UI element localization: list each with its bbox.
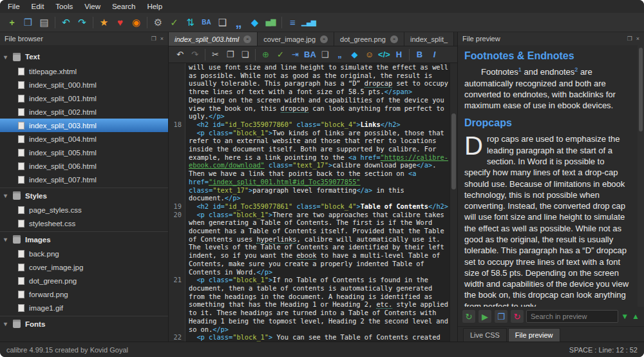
preview-body: Footnotes & Endnotes Footnotes1 and endn… bbox=[458, 45, 644, 307]
code-line: three lines of text with a font size of … bbox=[169, 88, 450, 96]
code-editor[interactable]: will use font size and line height to si… bbox=[169, 63, 450, 342]
toc-icon[interactable]: ≡ bbox=[285, 15, 301, 30]
scrollbar-thumb[interactable] bbox=[451, 113, 456, 189]
file-item[interactable]: forward.png bbox=[0, 287, 168, 301]
file-name: dot_green.png bbox=[29, 277, 77, 285]
file-item[interactable]: index_split_003.html bbox=[0, 119, 168, 132]
file-item[interactable]: image1.gif bbox=[0, 301, 168, 314]
tab-live-css[interactable]: Live CSS bbox=[463, 328, 507, 342]
insert-tag-icon[interactable]: </> bbox=[377, 48, 392, 62]
category-fonts[interactable]: ▾Fonts bbox=[0, 316, 168, 331]
open-in-editor-icon[interactable]: ❐ bbox=[494, 309, 508, 323]
italic-icon[interactable]: I bbox=[427, 48, 442, 62]
menu-bar: FileEditToolsViewSearchHelp bbox=[0, 0, 644, 13]
preview-search-input[interactable] bbox=[526, 310, 618, 323]
file-item[interactable]: index_split_006.html bbox=[0, 159, 168, 173]
file-item[interactable]: index_split_000.html bbox=[0, 78, 168, 92]
preview-scrollbar-thumb[interactable] bbox=[639, 48, 643, 131]
file-item[interactable]: back.png bbox=[0, 247, 168, 260]
tab-close-icon[interactable]: × bbox=[320, 35, 328, 43]
insert-link-icon[interactable]: ⊕ bbox=[258, 48, 273, 62]
menu-item-help[interactable]: Help bbox=[147, 3, 162, 10]
star-icon[interactable]: ★ bbox=[96, 15, 112, 30]
editor-tab[interactable]: index_split_ bbox=[404, 32, 454, 46]
file-item[interactable]: dot_green.png bbox=[0, 274, 168, 287]
remove-unused-css-icon[interactable]: ◆ bbox=[247, 15, 263, 30]
close-icon[interactable]: × bbox=[636, 35, 639, 42]
copy-icon[interactable]: ❐ bbox=[223, 48, 238, 62]
find-next-icon[interactable]: ▼ bbox=[620, 312, 629, 321]
insert-file-icon[interactable]: ❑ bbox=[317, 48, 332, 62]
find-prev-icon[interactable]: ▲ bbox=[631, 312, 640, 321]
arrange-icon[interactable]: BA bbox=[303, 48, 317, 62]
menu-item-file[interactable]: File bbox=[8, 3, 20, 10]
tab-close-icon[interactable]: × bbox=[243, 35, 251, 43]
file-tree[interactable]: ▾Texttitlepage.xhtmlindex_split_000.html… bbox=[0, 45, 168, 342]
file-item[interactable]: index_split_004.html bbox=[0, 132, 168, 146]
file-item[interactable]: stylesheet.css bbox=[0, 217, 168, 230]
file-item[interactable]: index_split_002.html bbox=[0, 105, 168, 119]
arrange-icon[interactable]: BA bbox=[198, 15, 214, 30]
file-item[interactable]: cover_image.jpg bbox=[0, 260, 168, 274]
close-icon[interactable]: × bbox=[160, 35, 164, 42]
float-icon[interactable]: ❐ bbox=[627, 35, 632, 42]
reports-icon[interactable]: ▅▇ bbox=[263, 15, 279, 30]
category-images[interactable]: ▾Images bbox=[0, 231, 168, 247]
redo-icon[interactable]: ↷ bbox=[74, 15, 90, 30]
editor-tab[interactable]: cover_image.jpg× bbox=[258, 32, 334, 46]
code-line: Contents, make sure you create a properl… bbox=[169, 260, 450, 268]
reload-icon[interactable]: ↻ bbox=[510, 309, 524, 323]
editor-tab[interactable]: dot_green.png× bbox=[334, 32, 404, 46]
menu-item-search[interactable]: Search bbox=[112, 3, 135, 10]
check-book-icon[interactable]: ✓ bbox=[166, 15, 182, 30]
float-icon[interactable]: ❐ bbox=[151, 35, 156, 42]
beautify-icon[interactable]: ◆ bbox=[347, 48, 362, 62]
file-item[interactable]: index_split_001.html bbox=[0, 92, 168, 105]
preview-scrollbar[interactable] bbox=[638, 45, 644, 307]
menu-item-edit[interactable]: Edit bbox=[32, 3, 44, 10]
settings-icon[interactable]: ⚙ bbox=[150, 15, 166, 30]
smarten-punctuation-icon[interactable]: „ bbox=[231, 15, 247, 30]
bold-icon[interactable]: B bbox=[412, 48, 427, 62]
editor-scrollbar[interactable] bbox=[450, 63, 457, 342]
heading-icon[interactable]: H bbox=[392, 48, 406, 62]
indent-icon[interactable]: ⇥ bbox=[288, 48, 303, 62]
statistics-icon[interactable]: ▁▄▆ bbox=[301, 15, 317, 30]
paste-icon[interactable]: ❏ bbox=[238, 48, 252, 62]
refresh-preview-icon[interactable]: ↻ bbox=[462, 309, 476, 323]
file-item[interactable]: page_styles.css bbox=[0, 203, 168, 217]
file-item[interactable]: titlepage.xhtml bbox=[0, 64, 168, 78]
donate-heart-icon[interactable]: ♥ bbox=[112, 15, 128, 30]
open-book-icon[interactable]: ❒ bbox=[20, 15, 36, 30]
file-item[interactable]: index_split_007.html bbox=[0, 173, 168, 186]
new-file-icon[interactable]: + bbox=[4, 15, 20, 30]
line-number bbox=[169, 227, 185, 235]
cut-icon[interactable]: ✂ bbox=[208, 48, 223, 62]
file-name: index_split_001.html bbox=[29, 95, 97, 102]
sync-preview-icon[interactable]: ⇅ bbox=[182, 15, 198, 30]
smart-quotes-icon[interactable]: „ bbox=[332, 48, 347, 62]
auto-refresh-icon[interactable]: ▶ bbox=[478, 309, 492, 323]
redo-icon[interactable]: ↷ bbox=[187, 48, 202, 62]
menu-item-tools[interactable]: Tools bbox=[55, 3, 73, 10]
code-text: document has a Table of Contents itself.… bbox=[185, 227, 444, 235]
spell-check-icon[interactable]: ✓ bbox=[273, 48, 288, 62]
menu-item-view[interactable]: View bbox=[84, 3, 100, 10]
tab-close-icon[interactable]: × bbox=[390, 35, 398, 43]
manage-files-icon[interactable]: ❑ bbox=[214, 15, 231, 30]
editor-tab[interactable]: index_split_003.html× bbox=[169, 32, 258, 46]
undo-icon[interactable]: ↶ bbox=[58, 15, 74, 30]
save-icon[interactable]: ▤ bbox=[36, 15, 52, 30]
code-text: so on.</p> bbox=[185, 325, 229, 334]
undo-icon[interactable]: ↶ bbox=[173, 48, 187, 62]
line-number bbox=[169, 260, 185, 268]
tab-file-preview[interactable]: File preview bbox=[508, 328, 560, 342]
toolbar-separator bbox=[409, 49, 410, 61]
category-styles[interactable]: ▾Styles bbox=[0, 188, 168, 203]
file-item[interactable]: index_split_005.html bbox=[0, 146, 168, 159]
calibre-logo-icon[interactable]: ◉ bbox=[128, 15, 144, 30]
special-char-icon[interactable]: ☺ bbox=[362, 48, 377, 62]
category-text[interactable]: ▾Text bbox=[0, 49, 168, 64]
file-name: stylesheet.css bbox=[29, 220, 75, 227]
toolbar-separator bbox=[281, 17, 282, 28]
